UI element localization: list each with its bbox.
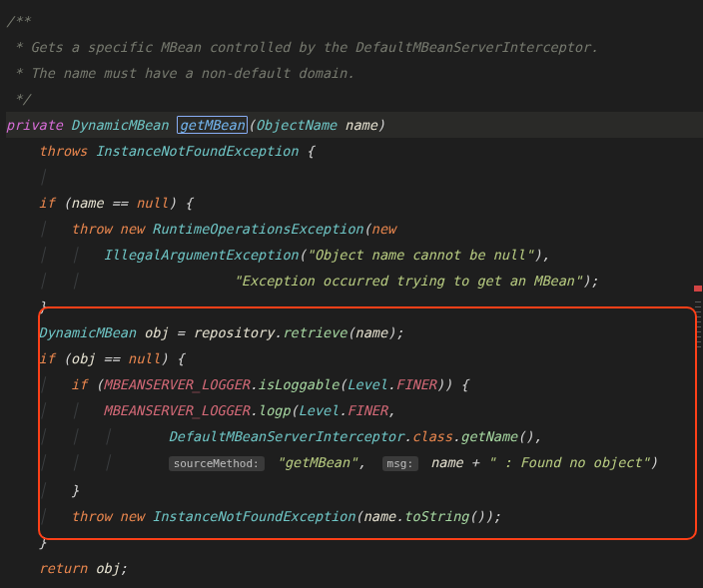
- identifier: name: [355, 324, 388, 340]
- code-line: │ }: [6, 477, 703, 503]
- keyword-throw: throw: [71, 221, 112, 237]
- blank-line: │: [6, 164, 703, 190]
- code-line: }: [6, 581, 703, 588]
- keyword-if: if: [39, 195, 55, 211]
- code-line: │ throw new RuntimeOperationsException(n…: [6, 216, 703, 242]
- code-line: DynamicMBean obj = repository.retrieve(n…: [6, 319, 703, 345]
- code-line: │ if (MBEANSERVER_LOGGER.isLoggable(Leve…: [6, 371, 703, 397]
- keyword-if: if: [39, 350, 55, 366]
- identifier: obj: [144, 324, 168, 340]
- code-line: │ │ "Exception occurred trying to get an…: [6, 268, 703, 294]
- method-call: logp: [258, 402, 291, 418]
- constant: FINER: [347, 402, 387, 418]
- identifier: name: [363, 508, 396, 524]
- constant: MBEANSERVER_LOGGER: [104, 376, 250, 392]
- string-literal: " : Found no object": [487, 454, 650, 470]
- keyword-return: return: [39, 560, 88, 576]
- code-line: throws InstanceNotFoundException {: [6, 138, 703, 164]
- param-name: name: [345, 117, 377, 133]
- identifier: name: [71, 195, 104, 211]
- type-name: IllegalArgumentException: [104, 247, 299, 263]
- keyword-null: null: [136, 195, 169, 211]
- constant: FINER: [395, 376, 436, 392]
- code-line: if (name == null) {: [6, 190, 703, 216]
- code-line: * Gets a specific MBean controlled by th…: [6, 34, 703, 60]
- identifier: obj: [95, 560, 119, 576]
- code-line: private DynamicMBean getMBean(ObjectName…: [6, 112, 703, 138]
- code-line: if (obj == null) {: [6, 345, 703, 371]
- comment-text: /**: [6, 13, 30, 29]
- identifier: obj: [71, 350, 95, 366]
- method-call: toString: [403, 508, 468, 524]
- code-editor[interactable]: /** * Gets a specific MBean controlled b…: [0, 0, 703, 588]
- method-name: getMBean: [180, 117, 245, 133]
- code-line: /**: [6, 8, 703, 34]
- string-literal: "getMBean": [277, 454, 357, 470]
- comment-text: */: [6, 91, 30, 107]
- code-line: return obj;: [6, 555, 703, 581]
- code-line: │ │ MBEANSERVER_LOGGER.logp(Level.FINER,: [6, 397, 703, 423]
- minimap[interactable]: [695, 301, 701, 347]
- code-line: │ │ │ DefaultMBeanServerInterceptor.clas…: [6, 423, 703, 449]
- keyword-new: new: [371, 221, 395, 237]
- code-line: * The name must have a non-default domai…: [6, 60, 703, 86]
- param-hint: sourceMethod:: [169, 456, 265, 471]
- constant: MBEANSERVER_LOGGER: [104, 402, 250, 418]
- keyword-throw: throw: [71, 508, 112, 524]
- error-marker-icon: [694, 286, 702, 292]
- type-name: InstanceNotFoundException: [152, 508, 354, 524]
- code-line: │ │ │ sourceMethod: "getMBean", msg: nam…: [6, 449, 703, 477]
- method-call: retrieve: [282, 324, 347, 340]
- code-line: }: [6, 294, 703, 319]
- identifier: name: [430, 454, 463, 470]
- type-name: DynamicMBean: [39, 324, 137, 340]
- comment-text: * The name must have a non-default domai…: [6, 65, 355, 81]
- code-line: }: [6, 529, 703, 555]
- keyword-new: new: [120, 221, 144, 237]
- type-name: DynamicMBean: [71, 117, 169, 133]
- code-line: │ throw new InstanceNotFoundException(na…: [6, 503, 703, 529]
- type-name: InstanceNotFoundException: [95, 143, 298, 159]
- keyword-private: private: [6, 117, 63, 133]
- identifier: repository: [193, 324, 274, 340]
- code-line: │ │ IllegalArgumentException("Object nam…: [6, 242, 703, 268]
- type-name: DefaultMBeanServerInterceptor: [169, 428, 404, 444]
- type-name: ObjectName: [256, 117, 337, 133]
- type-name: Level: [347, 376, 387, 392]
- param-hint: msg:: [382, 456, 419, 471]
- type-name: Level: [299, 402, 340, 418]
- comment-text: * Gets a specific MBean controlled by th…: [6, 39, 598, 55]
- keyword-new: new: [120, 508, 144, 524]
- keyword-throws: throws: [39, 143, 88, 159]
- method-call: isLoggable: [258, 376, 339, 392]
- keyword-class: class: [411, 428, 452, 444]
- keyword-null: null: [128, 350, 161, 366]
- method-call: getName: [460, 428, 517, 444]
- string-literal: "Object name cannot be null": [307, 247, 534, 263]
- string-literal: "Exception occurred trying to get an MBe…: [234, 273, 583, 289]
- code-line: */: [6, 86, 703, 112]
- keyword-if: if: [71, 376, 87, 392]
- type-name: RuntimeOperationsException: [152, 221, 362, 237]
